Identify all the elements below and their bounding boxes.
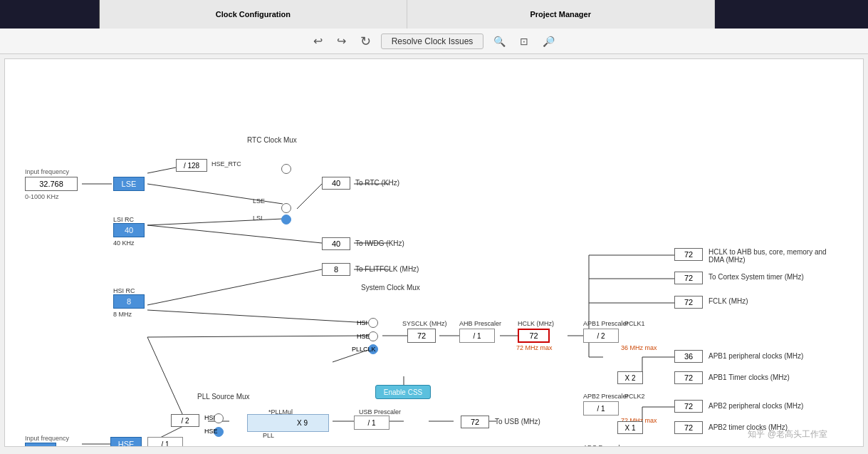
- rtc-mux-circle-1: [281, 164, 291, 174]
- system-clock-mux-label: System Clock Mux: [361, 284, 420, 292]
- cortex-label: To Cortex System timer (MHz): [708, 273, 804, 281]
- apb2-peri-box[interactable]: 72: [674, 400, 703, 413]
- sys-mux-pll-label: PLLCLK: [352, 346, 376, 353]
- apb1-peri-label: APB1 peripheral clocks (MHz): [708, 352, 803, 360]
- apb2-prescaler-label: APB2 Prescaler: [583, 393, 629, 400]
- tab-left-inactive: [0, 0, 100, 29]
- fclk-label: FCLK (MHz): [708, 297, 748, 305]
- lsi-rc-label: LSI RC: [113, 216, 134, 223]
- lsi-rc-unit: 40 KHz: [113, 239, 135, 247]
- sysclk-label: SYSCLK (MHz): [402, 320, 447, 327]
- svg-line-4: [297, 184, 322, 209]
- to-flit-box[interactable]: 8: [322, 263, 350, 276]
- adc-prescaler-label: ADC Prescaler: [583, 444, 626, 447]
- pll-source-mux-label: PLL Source Mux: [197, 393, 250, 401]
- svg-line-32: [147, 337, 183, 416]
- apb1-peri-box[interactable]: 36: [674, 350, 703, 363]
- pclk2-label: PCLK2: [624, 393, 645, 400]
- x9-dropdown[interactable]: X 9: [283, 416, 322, 430]
- apb1-timer-label: APB1 Timer clocks (MHz): [708, 373, 790, 381]
- app-container: Clock Configuration Project Manager ↩ ↪ …: [0, 0, 868, 447]
- pll-mux-hsi-label: HSI: [204, 414, 215, 421]
- sys-mux-hse-label: HSE: [357, 333, 370, 340]
- input-freq-bottom-box[interactable]: 8: [25, 443, 56, 447]
- watermark: 知乎 @老高头工作室: [748, 428, 827, 440]
- to-rtc-label: To RTC (KHz): [355, 179, 399, 187]
- apb2-timer-box[interactable]: 72: [674, 421, 703, 434]
- div128-box[interactable]: / 128: [176, 159, 207, 172]
- input-freq-bottom-label: Input frequency: [25, 435, 69, 442]
- div1-bottom-dropdown[interactable]: / 1: [147, 437, 183, 447]
- toolbar: ↩ ↪ ↻ Resolve Clock Issues 🔍 ⊡ 🔎: [0, 29, 868, 54]
- apb2-peri-label: APB2 peripheral clocks (MHz): [708, 402, 803, 410]
- resolve-clock-button[interactable]: Resolve Clock Issues: [381, 33, 484, 49]
- pll-mux-hse-label: HSE: [204, 428, 218, 435]
- sys-mux-hsi: [368, 318, 378, 328]
- pll-mux-hsi: [214, 413, 224, 423]
- ahb-prescaler-label: AHB Prescaler: [459, 320, 501, 327]
- to-iwdg-box[interactable]: 40: [322, 237, 350, 250]
- to-iwdg-label: To IWDG (KHz): [355, 239, 404, 247]
- rtc-mux-circle-3: [281, 215, 291, 225]
- tab-right-inactive: [715, 0, 868, 29]
- hsi-rc-unit: 8 MHz: [113, 311, 132, 318]
- hsi-rc-label: HSI RC: [113, 287, 135, 294]
- svg-line-11: [147, 336, 368, 337]
- pll-div2-box[interactable]: / 2: [171, 414, 199, 427]
- apb1-prescaler-label: APB1 Prescaler: [583, 320, 629, 327]
- usb-prescaler-label: USB Prescaler: [359, 408, 401, 416]
- ahb-div-dropdown[interactable]: / 1: [459, 329, 495, 343]
- apb2-div-dropdown[interactable]: / 1: [583, 401, 619, 416]
- input-freq-top-label: Input frequency: [25, 168, 69, 175]
- pclk1-max-label: 36 MHz max: [621, 344, 657, 351]
- hse-rtc-label: HSE_RTC: [211, 160, 241, 167]
- svg-line-8: [147, 269, 322, 305]
- redo-button[interactable]: ↪: [333, 32, 350, 50]
- diagram-area: Input frequency 32.768 0-1000 KHz LSE LS…: [4, 58, 864, 447]
- refresh-button[interactable]: ↻: [356, 31, 375, 51]
- lse-box[interactable]: LSE: [113, 177, 145, 191]
- fclk-box[interactable]: 72: [674, 296, 703, 309]
- hclk-ahb-label: HCLK to AHB bus, core, memory and DMA (M…: [708, 248, 837, 264]
- hclk-box[interactable]: 72: [518, 329, 550, 343]
- to-rtc-box[interactable]: 40: [322, 177, 350, 190]
- apb1-timer-box[interactable]: 72: [674, 371, 703, 384]
- lsi-rc-box[interactable]: 40: [113, 223, 145, 237]
- to-flit-label: To FLITFCLK (MHz): [355, 265, 419, 273]
- zoom-in-button[interactable]: 🔍: [489, 33, 510, 49]
- rtc-mux-circle-2: [281, 203, 291, 213]
- hclk-max-label: 72 MHz max: [516, 344, 553, 351]
- hsi-rc-box[interactable]: 8: [113, 294, 145, 309]
- pll-label: PLL: [263, 432, 274, 439]
- hse-bottom-box[interactable]: HSE: [110, 437, 142, 447]
- pclk1-label: PCLK1: [624, 320, 645, 327]
- svg-line-6: [147, 225, 322, 243]
- sys-mux-hsi-label: HSI: [357, 319, 367, 326]
- tab-clock-config[interactable]: Clock Configuration: [100, 0, 407, 29]
- input-freq-top-box[interactable]: 32.768: [25, 177, 78, 191]
- x2-box[interactable]: X 2: [617, 371, 643, 384]
- hclk-label: HCLK (MHz): [518, 320, 554, 327]
- undo-button[interactable]: ↩: [309, 32, 327, 50]
- usb-label: To USB (MHz): [495, 418, 540, 425]
- tab-project-manager[interactable]: Project Manager: [407, 0, 715, 29]
- lsi-mux-label: LSI: [253, 215, 263, 222]
- cortex-box[interactable]: 72: [674, 272, 703, 284]
- sysclk-value-box[interactable]: 72: [407, 329, 436, 343]
- usb-div-dropdown[interactable]: / 1: [354, 416, 389, 430]
- usb-value-box[interactable]: 72: [461, 416, 489, 428]
- input-freq-top-range: 0-1000 KHz: [25, 193, 59, 200]
- zoom-out-button[interactable]: 🔎: [538, 33, 559, 49]
- lse-mux-label: LSE: [253, 197, 265, 205]
- x1-box[interactable]: X 1: [617, 421, 643, 434]
- enable-css-button[interactable]: Enable CSS: [375, 385, 431, 399]
- rtc-mux-label: RTC Clock Mux: [247, 136, 297, 144]
- zoom-fit-button[interactable]: ⊡: [516, 33, 533, 49]
- hclk-ahb-box[interactable]: 72: [674, 248, 703, 261]
- svg-line-10: [147, 310, 368, 323]
- tab-bar: Clock Configuration Project Manager: [0, 0, 868, 29]
- apb1-div-dropdown[interactable]: / 2: [583, 329, 619, 343]
